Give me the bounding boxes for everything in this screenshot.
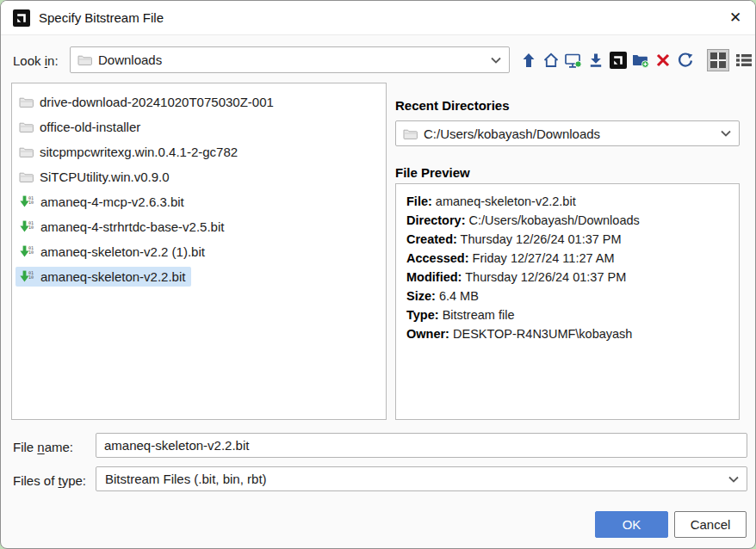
download-icon[interactable] bbox=[585, 47, 607, 72]
folder-icon bbox=[19, 120, 34, 133]
folder-icon bbox=[19, 145, 34, 158]
bitstream-file-icon bbox=[19, 195, 34, 208]
close-icon[interactable]: ✕ bbox=[716, 1, 755, 35]
look-in-dropdown[interactable]: Downloads bbox=[70, 46, 510, 73]
folder-icon bbox=[403, 127, 418, 140]
desktop-icon[interactable] bbox=[562, 47, 585, 72]
preview-field: Size: 6.4 MB bbox=[406, 287, 728, 305]
title-bar: Specify Bitstream File ✕ bbox=[1, 1, 755, 35]
file-dialog: Specify Bitstream File ✕ Look in: Downlo… bbox=[0, 0, 756, 549]
preview-field: File: amaneq-skeleton-v2.2.bit bbox=[406, 192, 728, 211]
list-item[interactable]: amaneq-4-strhrtdc-base-v2.5.bit bbox=[15, 214, 382, 239]
delete-icon[interactable] bbox=[652, 47, 674, 72]
preview-field: Directory: C:/Users/kobayash/Downloads bbox=[406, 211, 728, 230]
list-view-icon[interactable] bbox=[733, 49, 755, 71]
bitstream-file-icon bbox=[19, 245, 34, 258]
view-toggle-group bbox=[707, 49, 755, 71]
list-item[interactable]: office-old-installer bbox=[15, 114, 382, 139]
folder-icon bbox=[77, 53, 92, 66]
file-name-label: File name: bbox=[13, 440, 73, 454]
toolbar bbox=[517, 46, 755, 73]
list-item[interactable]: amaneq-skeleton-v2.2.bit bbox=[15, 264, 382, 289]
cancel-button[interactable]: Cancel bbox=[674, 511, 747, 538]
bitstream-file-icon bbox=[19, 270, 34, 283]
list-item[interactable]: amaneq-skeleton-v2.2 (1).bit bbox=[15, 239, 382, 264]
files-of-type-dropdown[interactable]: Bitstream Files (.bit, bin, rbt) bbox=[96, 466, 747, 491]
file-preview-panel: File: amaneq-skeleton-v2.2.bit Directory… bbox=[395, 183, 740, 420]
chevron-down-icon bbox=[728, 476, 739, 483]
refresh-icon[interactable] bbox=[674, 47, 697, 72]
preview-field: Modified: Thursday 12/26/24 01:37 PM bbox=[406, 268, 728, 287]
xilinx-logo-icon[interactable] bbox=[607, 47, 629, 72]
recent-directories-dropdown[interactable]: C:/Users/kobayash/Downloads bbox=[395, 120, 740, 146]
bitstream-file-icon bbox=[19, 220, 34, 233]
file-list-panel: drive-download-20241020T075030Z-001 offi… bbox=[11, 83, 387, 420]
list-item[interactable]: SiTCPUtility.win.v0.9.0 bbox=[15, 164, 382, 189]
preview-field: Accessed: Friday 12/27/24 11:27 AM bbox=[406, 249, 728, 268]
window-title: Specify Bitstream File bbox=[39, 10, 164, 25]
recent-directories-heading: Recent Directories bbox=[395, 98, 510, 113]
file-name-input[interactable] bbox=[96, 433, 747, 458]
list-item[interactable]: amaneq-4-mcp-v2.6.3.bit bbox=[15, 189, 382, 214]
new-folder-icon[interactable] bbox=[629, 47, 652, 72]
preview-field: Type: Bitstream file bbox=[406, 305, 728, 324]
list-item[interactable]: drive-download-20241020T075030Z-001 bbox=[15, 89, 382, 114]
file-preview-heading: File Preview bbox=[395, 165, 470, 180]
xilinx-logo-icon bbox=[13, 9, 30, 27]
recent-directory-value: C:/Users/kobayash/Downloads bbox=[424, 126, 600, 141]
home-icon[interactable] bbox=[540, 47, 562, 72]
look-in-value: Downloads bbox=[98, 52, 162, 67]
up-icon[interactable] bbox=[517, 47, 540, 72]
grid-view-icon[interactable] bbox=[707, 49, 729, 71]
look-in-label: Look in: bbox=[13, 53, 59, 68]
chevron-down-icon bbox=[491, 57, 501, 64]
files-of-type-value: Bitstream Files (.bit, bin, rbt) bbox=[105, 472, 267, 486]
chevron-down-icon bbox=[721, 130, 731, 137]
files-of-type-label: Files of type: bbox=[13, 473, 86, 488]
folder-icon bbox=[19, 96, 34, 108]
ok-button[interactable]: OK bbox=[595, 511, 668, 538]
list-item[interactable]: sitcpmpcwritexg.win.0.4.1-2-gc782 bbox=[15, 139, 382, 164]
folder-icon bbox=[19, 170, 34, 183]
preview-field: Created: Thursday 12/26/24 01:37 PM bbox=[406, 230, 728, 249]
preview-field: Owner: DESKTOP-R4N3UMF\kobayash bbox=[406, 324, 728, 343]
